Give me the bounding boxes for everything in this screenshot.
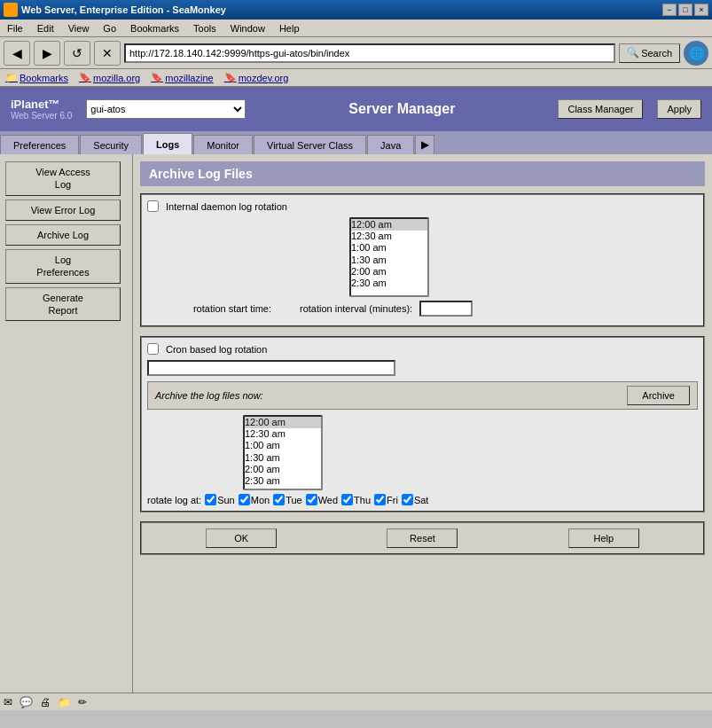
cron-input-line (147, 360, 698, 376)
tab-java[interactable]: Java (367, 135, 414, 154)
class-manager-button[interactable]: Class Manager (558, 99, 643, 119)
time-listbox-2[interactable]: 12:00 am 12:30 am 1:00 am 1:30 am 2:00 a… (243, 415, 323, 490)
status-printer-icon: 🖨 (40, 696, 51, 708)
menu-file[interactable]: File (4, 22, 27, 35)
bookmark-mozdev[interactable]: 🔖 mozdev.org (224, 72, 289, 83)
day-fri-label: Fri (387, 495, 398, 505)
sidebar: View AccessLog View Error Log Archive Lo… (0, 154, 133, 693)
day-mon-label: Mon (251, 495, 270, 505)
day-tue: Tue (273, 494, 302, 505)
day-mon-checkbox[interactable] (239, 494, 250, 505)
bookmark-mozillazine[interactable]: 🔖 mozillazine (151, 72, 213, 83)
back-button[interactable]: ◀ (4, 41, 30, 66)
window-controls: − □ × (662, 4, 708, 16)
day-mon: Mon (239, 494, 270, 505)
day-sun-label: Sun (217, 495, 235, 505)
ok-button[interactable]: OK (206, 528, 277, 548)
tab-security[interactable]: Security (80, 135, 142, 154)
reload-button[interactable]: ↺ (64, 41, 90, 66)
view-access-log-button[interactable]: View AccessLog (5, 161, 121, 196)
time-option: 1:30 am (245, 452, 321, 464)
rotation-labels-row: rotation start time: rotation interval (… (147, 301, 698, 317)
reset-button[interactable]: Reset (387, 528, 458, 548)
internal-daemon-section: Internal daemon log rotation 12:00 am 12… (140, 193, 705, 327)
menu-go[interactable]: Go (99, 22, 120, 35)
log-preferences-button[interactable]: LogPreferences (5, 249, 121, 284)
server-header: iPlanet™ Web Server 6.0 gui-atos Server … (0, 87, 712, 131)
title-bar: Web Server, Enterprise Edition - SeaMonk… (0, 0, 712, 20)
time-option: 1:30 am (351, 254, 427, 266)
time-option: 12:00 am (245, 417, 321, 428)
menu-tools[interactable]: Tools (190, 22, 220, 35)
view-error-log-button[interactable]: View Error Log (5, 200, 121, 221)
rotation-interval-input[interactable] (419, 301, 473, 317)
day-sun: Sun (205, 494, 235, 505)
time-option: 12:00 am (351, 219, 427, 231)
cron-section: Cron based log rotation Archive the log … (140, 336, 705, 513)
archive-now-row: Archive the log files now: Archive (147, 381, 698, 410)
menu-bookmarks[interactable]: Bookmarks (127, 22, 183, 35)
tab-monitor[interactable]: Monitor (193, 135, 253, 154)
time-option: 2:30 am (245, 475, 321, 487)
tab-preferences[interactable]: Preferences (0, 135, 79, 154)
archive-button[interactable]: Archive (627, 386, 690, 405)
time-option: 12:30 am (245, 428, 321, 440)
time-listbox-1[interactable]: 12:00 am 12:30 am 1:00 am 1:30 am 2:00 a… (349, 217, 429, 297)
day-sat-label: Sat (414, 495, 429, 505)
day-thu: Thu (341, 494, 371, 505)
menu-window[interactable]: Window (227, 22, 269, 35)
status-bar: ✉ 💬 🖨 📁 ✏ (0, 693, 712, 710)
tab-logs[interactable]: Logs (143, 133, 192, 154)
title-bar-text: Web Server, Enterprise Edition - SeaMonk… (21, 4, 226, 15)
maximize-button[interactable]: □ (678, 4, 692, 16)
bookmark-bookmarks[interactable]: 📁 Bookmarks (5, 72, 68, 83)
search-button[interactable]: 🔍 Search (619, 43, 680, 63)
archive-log-button[interactable]: Archive Log (5, 224, 121, 246)
status-envelope-icon: ✉ (4, 696, 12, 708)
forward-button[interactable]: ▶ (34, 41, 60, 66)
day-wed: Wed (306, 494, 338, 505)
tab-more[interactable]: ▶ (415, 135, 434, 154)
internal-daemon-checkbox[interactable] (147, 200, 159, 212)
time-option: 2:00 am (245, 464, 321, 475)
apply-button[interactable]: Apply (657, 99, 701, 119)
menu-view[interactable]: View (65, 22, 93, 35)
cron-checkbox[interactable] (147, 343, 159, 355)
server-manager-title: Server Manager (260, 101, 544, 117)
day-wed-label: Wed (318, 495, 338, 505)
day-thu-checkbox[interactable] (341, 494, 353, 505)
rotation-start-label: rotation start time: (147, 303, 271, 314)
day-wed-checkbox[interactable] (306, 494, 317, 505)
tabs-bar: Preferences Security Logs Monitor Virtua… (0, 131, 712, 154)
status-pen-icon: ✏ (78, 696, 87, 708)
iplanet-brand: iPlanet™ (11, 98, 72, 111)
iplanet-brand-block: iPlanet™ Web Server 6.0 (11, 98, 72, 121)
rotate-log-label: rotate log at: (147, 495, 201, 505)
day-checkboxes-row: rotate log at: Sun Mon Tue (147, 494, 698, 505)
status-chat-icon: 💬 (20, 696, 33, 708)
time-option: 2:00 am (351, 266, 427, 278)
iplanet-version: Web Server 6.0 (11, 111, 72, 121)
bookmark-mozilla[interactable]: 🔖 mozilla.org (79, 72, 140, 83)
close-button[interactable]: × (694, 4, 708, 16)
address-bar: http://172.18.140.142:9999/https-gui-ato… (124, 43, 615, 63)
server-select[interactable]: gui-atos (86, 99, 246, 119)
section1-header: Internal daemon log rotation (147, 200, 698, 212)
cron-input[interactable] (147, 360, 395, 376)
day-sat: Sat (402, 494, 429, 505)
menu-edit[interactable]: Edit (34, 22, 58, 35)
section1-title: Internal daemon log rotation (166, 201, 287, 212)
minimize-button[interactable]: − (662, 4, 677, 16)
menu-help[interactable]: Help (276, 22, 303, 35)
status-folder-icon: 📁 (58, 696, 71, 708)
section2-header: Cron based log rotation (147, 343, 698, 355)
generate-report-button[interactable]: GenerateReport (5, 287, 121, 322)
day-fri-checkbox[interactable] (374, 494, 386, 505)
day-sat-checkbox[interactable] (402, 494, 413, 505)
day-sun-checkbox[interactable] (205, 494, 216, 505)
day-tue-checkbox[interactable] (273, 494, 285, 505)
tab-virtual-server-class[interactable]: Virtual Server Class (254, 135, 366, 154)
time-option: 2:30 am (351, 278, 427, 289)
help-button[interactable]: Help (568, 528, 639, 548)
stop-button[interactable]: ✕ (94, 41, 121, 66)
